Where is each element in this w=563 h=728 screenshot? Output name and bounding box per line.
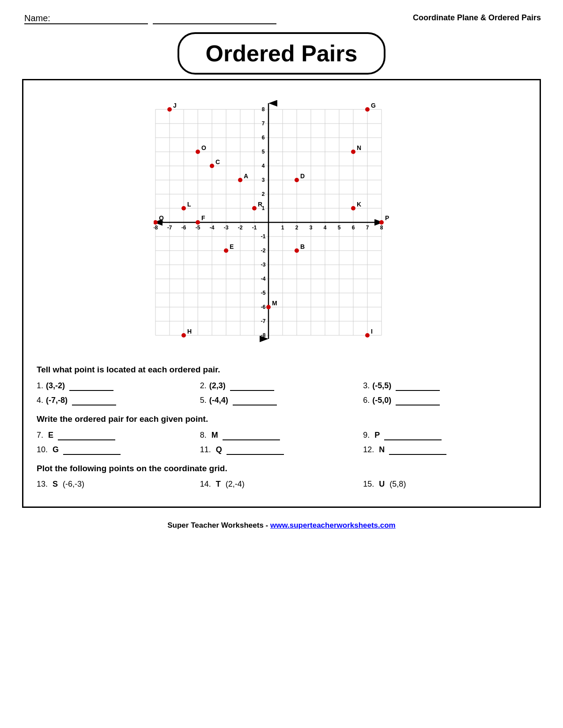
q11-answer[interactable] (227, 445, 284, 455)
section2-questions: 7. E 8. M 9. P 10. G 11. Q 12. N (37, 430, 526, 455)
q12: 12. N (363, 445, 526, 455)
q4-pair: (-7,-8) (46, 396, 68, 405)
q12-answer[interactable] (389, 445, 446, 455)
svg-text:8: 8 (380, 225, 383, 231)
q11: 11. Q (200, 445, 363, 455)
svg-text:4: 4 (261, 163, 264, 169)
svg-text:-7: -7 (167, 225, 172, 231)
q7-num: 7. (37, 431, 43, 440)
q1-num: 1. (37, 381, 43, 390)
svg-text:L: L (187, 201, 191, 208)
q9-answer[interactable] (384, 430, 442, 440)
svg-text:-4: -4 (261, 276, 265, 282)
svg-point-82 (295, 178, 299, 182)
svg-text:J: J (173, 102, 177, 109)
q1-pair: (3,-2) (46, 381, 65, 390)
title-container: Ordered Pairs (22, 32, 541, 75)
svg-text:-3: -3 (223, 225, 228, 231)
svg-text:7: 7 (366, 225, 369, 231)
q5-answer[interactable] (233, 395, 277, 405)
svg-text:1: 1 (281, 225, 284, 231)
q3-answer[interactable] (396, 381, 440, 391)
svg-point-86 (181, 206, 186, 210)
q4: 4. (-7,-8) (37, 395, 200, 405)
q8-answer[interactable] (223, 430, 280, 440)
svg-text:3: 3 (261, 177, 264, 183)
svg-text:5: 5 (261, 149, 264, 155)
svg-text:I: I (371, 328, 373, 335)
plot2: 14. T (2,-4) (200, 480, 363, 489)
svg-text:C: C (215, 158, 220, 165)
svg-text:D: D (300, 173, 305, 180)
q5: 5. (-4,4) (200, 395, 363, 405)
coordinate-plane: -8 -7 -6 -5 -4 -3 -2 -1 1 2 3 4 5 6 7 8 … (154, 89, 410, 354)
q8: 8. M (200, 430, 363, 440)
svg-point-88 (252, 206, 257, 210)
svg-text:-1: -1 (261, 233, 265, 240)
q6-num: 6. (363, 396, 370, 405)
svg-text:7: 7 (261, 120, 264, 127)
q2-num: 2. (200, 381, 207, 390)
svg-point-76 (196, 150, 200, 154)
svg-text:P: P (385, 214, 389, 221)
svg-text:5: 5 (337, 225, 340, 231)
svg-text:-5: -5 (261, 290, 265, 296)
svg-point-100 (295, 248, 299, 253)
svg-text:6: 6 (351, 225, 355, 231)
svg-text:G: G (371, 102, 376, 109)
svg-text:-4: -4 (209, 225, 214, 231)
plot1-pair: (-6,-3) (60, 480, 84, 489)
name-underline (153, 13, 276, 24)
section1-title: Tell what point is located at each order… (37, 365, 526, 375)
plot3: 15. U (5,8) (363, 480, 526, 489)
svg-point-94 (196, 220, 200, 225)
svg-point-78 (351, 150, 355, 154)
footer-link[interactable]: www.superteacherworksheets.com (270, 521, 396, 529)
svg-text:K: K (357, 201, 361, 208)
name-label: Name: (24, 13, 148, 24)
q1: 1. (3,-2) (37, 381, 200, 391)
svg-text:-1: -1 (252, 225, 257, 231)
q7-label: E (46, 431, 53, 440)
svg-text:-3: -3 (261, 262, 265, 268)
svg-text:Q: Q (159, 214, 164, 221)
q9: 9. P (363, 430, 526, 440)
svg-text:-6: -6 (261, 304, 265, 310)
plot3-num: 15. (363, 480, 374, 489)
plot3-label: U (377, 480, 385, 489)
plot3-pair: (5,8) (387, 480, 406, 489)
plot2-label: T (214, 480, 221, 489)
q7-answer[interactable] (58, 430, 115, 440)
q2-pair: (2,3) (209, 381, 226, 390)
q4-num: 4. (37, 396, 43, 405)
plot2-pair: (2,-4) (223, 480, 245, 489)
main-content: -8 -7 -6 -5 -4 -3 -2 -1 1 2 3 4 5 6 7 8 … (22, 79, 541, 508)
svg-text:H: H (187, 328, 192, 335)
q10-answer[interactable] (63, 445, 121, 455)
q8-label: M (209, 431, 218, 440)
footer-text: Super Teacher Worksheets - (167, 521, 270, 529)
svg-text:3: 3 (309, 225, 312, 231)
section3-title: Plot the following points on the coordin… (37, 464, 526, 473)
svg-text:A: A (244, 173, 248, 180)
q5-pair: (-4,4) (209, 396, 228, 405)
plot2-num: 14. (200, 480, 211, 489)
svg-text:M: M (272, 300, 277, 307)
svg-text:-7: -7 (261, 318, 265, 324)
svg-text:F: F (201, 214, 205, 221)
svg-point-102 (266, 305, 271, 309)
svg-point-104 (181, 333, 186, 338)
svg-point-72 (167, 107, 172, 112)
q2: 2. (2,3) (200, 381, 363, 391)
q1-answer[interactable] (69, 381, 113, 391)
q6-answer[interactable] (396, 395, 440, 405)
svg-point-90 (351, 206, 355, 210)
q12-num: 12. (363, 445, 374, 454)
q9-num: 9. (363, 431, 370, 440)
q8-num: 8. (200, 431, 207, 440)
svg-text:-8: -8 (154, 225, 158, 231)
plot1-label: S (50, 480, 58, 489)
q4-answer[interactable] (72, 395, 116, 405)
q2-answer[interactable] (230, 381, 274, 391)
page-title: Ordered Pairs (178, 32, 386, 75)
